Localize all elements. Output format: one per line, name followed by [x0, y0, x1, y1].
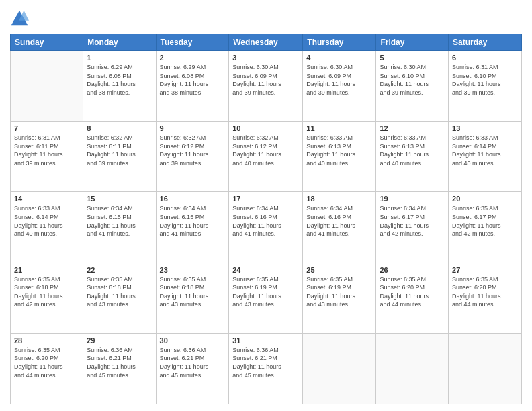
calendar-cell: 21Sunrise: 6:35 AM Sunset: 6:18 PM Dayli… [11, 263, 83, 333]
calendar-cell: 29Sunrise: 6:36 AM Sunset: 6:21 PM Dayli… [83, 333, 156, 404]
day-number: 31 [232, 336, 299, 345]
calendar-cell: 24Sunrise: 6:35 AM Sunset: 6:19 PM Dayli… [229, 263, 303, 333]
day-info: Sunrise: 6:33 AM Sunset: 6:13 PM Dayligh… [306, 134, 372, 167]
day-info: Sunrise: 6:36 AM Sunset: 6:21 PM Dayligh… [87, 346, 152, 379]
day-number: 11 [306, 124, 372, 132]
day-number: 23 [160, 266, 226, 274]
day-info: Sunrise: 6:35 AM Sunset: 6:17 PM Dayligh… [452, 204, 518, 238]
day-number: 25 [306, 266, 372, 274]
header [10, 7, 522, 28]
day-number: 19 [380, 195, 445, 203]
day-info: Sunrise: 6:35 AM Sunset: 6:18 PM Dayligh… [14, 275, 79, 309]
day-number: 14 [14, 195, 79, 203]
day-number: 7 [14, 124, 79, 132]
day-number: 28 [14, 336, 79, 345]
day-info: Sunrise: 6:32 AM Sunset: 6:12 PM Dayligh… [160, 134, 226, 167]
calendar-cell: 6Sunrise: 6:31 AM Sunset: 6:10 PM Daylig… [449, 51, 522, 122]
day-info: Sunrise: 6:29 AM Sunset: 6:08 PM Dayligh… [87, 63, 152, 97]
day-number: 1 [87, 54, 152, 62]
day-number: 21 [14, 266, 79, 274]
day-info: Sunrise: 6:35 AM Sunset: 6:19 PM Dayligh… [306, 275, 372, 309]
calendar-cell [11, 51, 83, 122]
day-number: 16 [160, 195, 226, 203]
calendar-cell: 26Sunrise: 6:35 AM Sunset: 6:20 PM Dayli… [376, 263, 449, 333]
calendar-cell: 31Sunrise: 6:36 AM Sunset: 6:21 PM Dayli… [229, 333, 303, 404]
day-number: 12 [380, 124, 445, 132]
day-number: 15 [87, 195, 152, 203]
day-info: Sunrise: 6:34 AM Sunset: 6:16 PM Dayligh… [232, 204, 299, 238]
calendar-cell: 18Sunrise: 6:34 AM Sunset: 6:16 PM Dayli… [303, 192, 376, 263]
week-row: 1Sunrise: 6:29 AM Sunset: 6:08 PM Daylig… [11, 51, 522, 122]
day-info: Sunrise: 6:29 AM Sunset: 6:08 PM Dayligh… [160, 63, 226, 97]
day-info: Sunrise: 6:33 AM Sunset: 6:13 PM Dayligh… [380, 134, 445, 167]
calendar-cell: 17Sunrise: 6:34 AM Sunset: 6:16 PM Dayli… [229, 192, 303, 263]
day-number: 13 [452, 124, 518, 132]
calendar-cell: 25Sunrise: 6:35 AM Sunset: 6:19 PM Dayli… [303, 263, 376, 333]
calendar-cell: 13Sunrise: 6:33 AM Sunset: 6:14 PM Dayli… [449, 122, 522, 192]
day-number: 24 [232, 266, 299, 274]
calendar-cell: 1Sunrise: 6:29 AM Sunset: 6:08 PM Daylig… [83, 51, 156, 122]
calendar-cell: 9Sunrise: 6:32 AM Sunset: 6:12 PM Daylig… [156, 122, 229, 192]
calendar-cell: 20Sunrise: 6:35 AM Sunset: 6:17 PM Dayli… [449, 192, 522, 263]
calendar-cell [449, 333, 522, 404]
day-number: 17 [232, 195, 299, 203]
day-info: Sunrise: 6:34 AM Sunset: 6:15 PM Dayligh… [87, 204, 152, 238]
day-info: Sunrise: 6:32 AM Sunset: 6:12 PM Dayligh… [232, 134, 299, 167]
day-info: Sunrise: 6:30 AM Sunset: 6:10 PM Dayligh… [380, 63, 445, 97]
day-info: Sunrise: 6:33 AM Sunset: 6:14 PM Dayligh… [452, 134, 518, 167]
calendar-cell [376, 333, 449, 404]
calendar-body: 1Sunrise: 6:29 AM Sunset: 6:08 PM Daylig… [11, 51, 522, 404]
calendar-cell: 11Sunrise: 6:33 AM Sunset: 6:13 PM Dayli… [303, 122, 376, 192]
week-row: 28Sunrise: 6:35 AM Sunset: 6:20 PM Dayli… [11, 333, 522, 404]
day-number: 30 [160, 336, 226, 345]
week-row: 21Sunrise: 6:35 AM Sunset: 6:18 PM Dayli… [11, 263, 522, 333]
day-number: 18 [306, 195, 372, 203]
page: SundayMondayTuesdayWednesdayThursdayFrid… [0, 0, 532, 411]
weekday-sunday: Sunday [11, 34, 83, 51]
day-info: Sunrise: 6:34 AM Sunset: 6:16 PM Dayligh… [306, 204, 372, 238]
day-number: 3 [232, 54, 299, 62]
day-info: Sunrise: 6:34 AM Sunset: 6:17 PM Dayligh… [380, 204, 445, 238]
day-number: 4 [306, 54, 372, 62]
calendar-cell: 7Sunrise: 6:31 AM Sunset: 6:11 PM Daylig… [11, 122, 83, 192]
day-number: 5 [380, 54, 445, 62]
calendar-cell: 30Sunrise: 6:36 AM Sunset: 6:21 PM Dayli… [156, 333, 229, 404]
calendar-cell: 23Sunrise: 6:35 AM Sunset: 6:18 PM Dayli… [156, 263, 229, 333]
day-info: Sunrise: 6:30 AM Sunset: 6:09 PM Dayligh… [232, 63, 299, 97]
calendar-cell: 12Sunrise: 6:33 AM Sunset: 6:13 PM Dayli… [376, 122, 449, 192]
weekday-thursday: Thursday [303, 34, 376, 51]
weekday-tuesday: Tuesday [156, 34, 229, 51]
day-info: Sunrise: 6:30 AM Sunset: 6:09 PM Dayligh… [306, 63, 372, 97]
day-info: Sunrise: 6:32 AM Sunset: 6:11 PM Dayligh… [87, 134, 152, 167]
day-info: Sunrise: 6:35 AM Sunset: 6:20 PM Dayligh… [380, 275, 445, 309]
weekday-monday: Monday [83, 34, 156, 51]
day-number: 10 [232, 124, 299, 132]
day-number: 9 [160, 124, 226, 132]
day-info: Sunrise: 6:35 AM Sunset: 6:18 PM Dayligh… [87, 275, 152, 309]
day-info: Sunrise: 6:33 AM Sunset: 6:14 PM Dayligh… [14, 204, 79, 238]
calendar-cell: 16Sunrise: 6:34 AM Sunset: 6:15 PM Dayli… [156, 192, 229, 263]
day-number: 6 [452, 54, 518, 62]
week-row: 14Sunrise: 6:33 AM Sunset: 6:14 PM Dayli… [11, 192, 522, 263]
week-row: 7Sunrise: 6:31 AM Sunset: 6:11 PM Daylig… [11, 122, 522, 192]
weekday-wednesday: Wednesday [229, 34, 303, 51]
day-number: 22 [87, 266, 152, 274]
day-number: 20 [452, 195, 518, 203]
weekday-saturday: Saturday [449, 34, 522, 51]
day-info: Sunrise: 6:31 AM Sunset: 6:10 PM Dayligh… [452, 63, 518, 97]
calendar-cell: 10Sunrise: 6:32 AM Sunset: 6:12 PM Dayli… [229, 122, 303, 192]
day-number: 8 [87, 124, 152, 132]
calendar-cell: 28Sunrise: 6:35 AM Sunset: 6:20 PM Dayli… [11, 333, 83, 404]
weekday-row: SundayMondayTuesdayWednesdayThursdayFrid… [11, 34, 522, 51]
calendar-cell: 5Sunrise: 6:30 AM Sunset: 6:10 PM Daylig… [376, 51, 449, 122]
calendar-cell: 27Sunrise: 6:35 AM Sunset: 6:20 PM Dayli… [449, 263, 522, 333]
day-info: Sunrise: 6:35 AM Sunset: 6:20 PM Dayligh… [14, 346, 79, 379]
calendar-cell: 14Sunrise: 6:33 AM Sunset: 6:14 PM Dayli… [11, 192, 83, 263]
calendar-cell: 8Sunrise: 6:32 AM Sunset: 6:11 PM Daylig… [83, 122, 156, 192]
calendar-cell: 19Sunrise: 6:34 AM Sunset: 6:17 PM Dayli… [376, 192, 449, 263]
day-number: 29 [87, 336, 152, 345]
calendar-cell: 15Sunrise: 6:34 AM Sunset: 6:15 PM Dayli… [83, 192, 156, 263]
day-number: 26 [380, 266, 445, 274]
day-info: Sunrise: 6:36 AM Sunset: 6:21 PM Dayligh… [232, 346, 299, 379]
calendar-cell [303, 333, 376, 404]
